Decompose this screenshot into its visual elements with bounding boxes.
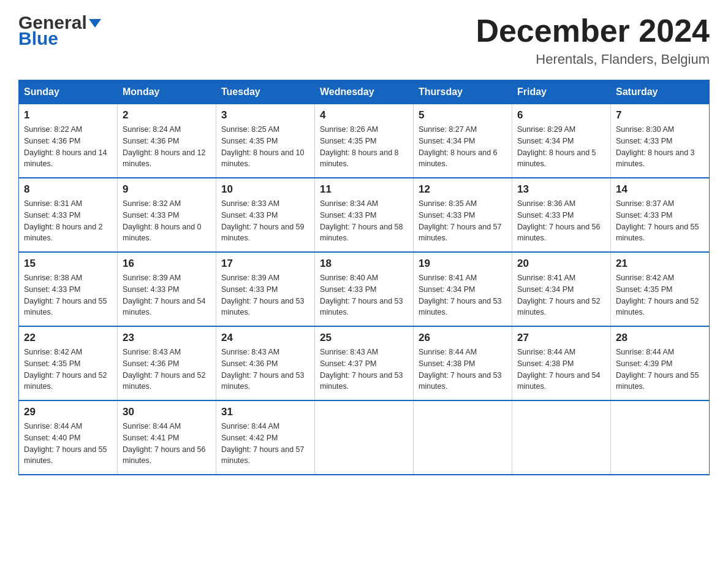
day-info: Sunrise: 8:44 AMSunset: 4:39 PMDaylight:…	[616, 347, 704, 393]
calendar-day-cell: 3Sunrise: 8:25 AMSunset: 4:35 PMDaylight…	[216, 104, 315, 178]
location: Herentals, Flanders, Belgium	[476, 52, 710, 67]
day-number: 29	[24, 406, 112, 418]
day-number: 1	[24, 109, 112, 121]
day-number: 11	[320, 183, 408, 196]
day-number: 18	[320, 258, 408, 270]
day-number: 26	[419, 332, 507, 344]
day-info: Sunrise: 8:36 AMSunset: 4:33 PMDaylight:…	[517, 198, 605, 244]
calendar-week-row: 15Sunrise: 8:38 AMSunset: 4:33 PMDayligh…	[19, 252, 710, 326]
day-number: 9	[123, 183, 211, 196]
day-number: 23	[123, 332, 211, 344]
calendar-day-cell	[611, 400, 710, 475]
day-info: Sunrise: 8:44 AMSunset: 4:38 PMDaylight:…	[517, 347, 605, 393]
calendar-day-cell: 20Sunrise: 8:41 AMSunset: 4:34 PMDayligh…	[512, 252, 611, 326]
calendar-day-cell	[414, 400, 512, 475]
day-info: Sunrise: 8:39 AMSunset: 4:33 PMDaylight:…	[123, 272, 211, 318]
calendar-week-row: 1Sunrise: 8:22 AMSunset: 4:36 PMDaylight…	[19, 104, 710, 178]
day-info: Sunrise: 8:39 AMSunset: 4:33 PMDaylight:…	[221, 272, 309, 318]
day-info: Sunrise: 8:43 AMSunset: 4:36 PMDaylight:…	[221, 347, 309, 393]
calendar-day-cell: 10Sunrise: 8:33 AMSunset: 4:33 PMDayligh…	[216, 178, 315, 252]
calendar-day-cell: 15Sunrise: 8:38 AMSunset: 4:33 PMDayligh…	[19, 252, 118, 326]
day-info: Sunrise: 8:24 AMSunset: 4:36 PMDaylight:…	[123, 124, 211, 170]
day-info: Sunrise: 8:41 AMSunset: 4:34 PMDaylight:…	[517, 272, 605, 318]
calendar-day-cell: 11Sunrise: 8:34 AMSunset: 4:33 PMDayligh…	[315, 178, 414, 252]
day-number: 16	[123, 258, 211, 270]
day-info: Sunrise: 8:37 AMSunset: 4:33 PMDaylight:…	[616, 198, 704, 244]
day-number: 22	[24, 332, 112, 344]
calendar-header-row: SundayMondayTuesdayWednesdayThursdayFrid…	[19, 80, 710, 104]
calendar-day-cell: 7Sunrise: 8:30 AMSunset: 4:33 PMDaylight…	[611, 104, 710, 178]
calendar-day-cell: 24Sunrise: 8:43 AMSunset: 4:36 PMDayligh…	[216, 326, 315, 400]
logo-arrow-icon	[89, 19, 101, 28]
calendar-week-row: 29Sunrise: 8:44 AMSunset: 4:40 PMDayligh…	[19, 400, 710, 475]
calendar-day-cell: 31Sunrise: 8:44 AMSunset: 4:42 PMDayligh…	[216, 400, 315, 475]
calendar-day-cell: 6Sunrise: 8:29 AMSunset: 4:34 PMDaylight…	[512, 104, 611, 178]
calendar-week-row: 22Sunrise: 8:42 AMSunset: 4:35 PMDayligh…	[19, 326, 710, 400]
calendar-day-cell: 2Sunrise: 8:24 AMSunset: 4:36 PMDaylight…	[118, 104, 216, 178]
calendar-day-cell: 8Sunrise: 8:31 AMSunset: 4:33 PMDaylight…	[19, 178, 118, 252]
day-number: 14	[616, 183, 704, 196]
title-block: December 2024 Herentals, Flanders, Belgi…	[476, 12, 710, 67]
day-number: 30	[123, 406, 211, 418]
day-number: 8	[24, 183, 112, 196]
calendar-day-cell: 22Sunrise: 8:42 AMSunset: 4:35 PMDayligh…	[19, 326, 118, 400]
day-of-week-header: Tuesday	[216, 80, 315, 104]
day-number: 19	[419, 258, 507, 270]
day-info: Sunrise: 8:34 AMSunset: 4:33 PMDaylight:…	[320, 198, 408, 244]
day-info: Sunrise: 8:32 AMSunset: 4:33 PMDaylight:…	[123, 198, 211, 244]
calendar-day-cell: 16Sunrise: 8:39 AMSunset: 4:33 PMDayligh…	[118, 252, 216, 326]
day-number: 6	[517, 109, 605, 121]
day-number: 12	[419, 183, 507, 196]
day-number: 7	[616, 109, 704, 121]
day-of-week-header: Saturday	[611, 80, 710, 104]
calendar-day-cell: 5Sunrise: 8:27 AMSunset: 4:34 PMDaylight…	[414, 104, 512, 178]
calendar-table: SundayMondayTuesdayWednesdayThursdayFrid…	[18, 80, 710, 475]
day-info: Sunrise: 8:27 AMSunset: 4:34 PMDaylight:…	[419, 124, 507, 170]
day-of-week-header: Sunday	[19, 80, 118, 104]
day-number: 10	[221, 183, 309, 196]
calendar-day-cell: 21Sunrise: 8:42 AMSunset: 4:35 PMDayligh…	[611, 252, 710, 326]
calendar-day-cell: 9Sunrise: 8:32 AMSunset: 4:33 PMDaylight…	[118, 178, 216, 252]
day-info: Sunrise: 8:44 AMSunset: 4:41 PMDaylight:…	[123, 421, 211, 467]
day-number: 13	[517, 183, 605, 196]
day-info: Sunrise: 8:40 AMSunset: 4:33 PMDaylight:…	[320, 272, 408, 318]
day-info: Sunrise: 8:25 AMSunset: 4:35 PMDaylight:…	[221, 124, 309, 170]
calendar-day-cell: 13Sunrise: 8:36 AMSunset: 4:33 PMDayligh…	[512, 178, 611, 252]
day-number: 27	[517, 332, 605, 344]
day-info: Sunrise: 8:43 AMSunset: 4:37 PMDaylight:…	[320, 347, 408, 393]
calendar-day-cell: 18Sunrise: 8:40 AMSunset: 4:33 PMDayligh…	[315, 252, 414, 326]
logo: General Blue	[18, 12, 101, 49]
logo-blue: Blue	[18, 28, 58, 49]
calendar-day-cell: 23Sunrise: 8:43 AMSunset: 4:36 PMDayligh…	[118, 326, 216, 400]
day-number: 21	[616, 258, 704, 270]
day-of-week-header: Monday	[118, 80, 216, 104]
month-title: December 2024	[476, 12, 710, 49]
day-number: 24	[221, 332, 309, 344]
day-number: 15	[24, 258, 112, 270]
day-number: 28	[616, 332, 704, 344]
calendar-day-cell: 1Sunrise: 8:22 AMSunset: 4:36 PMDaylight…	[19, 104, 118, 178]
day-info: Sunrise: 8:33 AMSunset: 4:33 PMDaylight:…	[221, 198, 309, 244]
day-info: Sunrise: 8:31 AMSunset: 4:33 PMDaylight:…	[24, 198, 112, 244]
day-number: 4	[320, 109, 408, 121]
day-info: Sunrise: 8:42 AMSunset: 4:35 PMDaylight:…	[616, 272, 704, 318]
day-info: Sunrise: 8:35 AMSunset: 4:33 PMDaylight:…	[419, 198, 507, 244]
day-info: Sunrise: 8:42 AMSunset: 4:35 PMDaylight:…	[24, 347, 112, 393]
calendar-day-cell: 30Sunrise: 8:44 AMSunset: 4:41 PMDayligh…	[118, 400, 216, 475]
day-info: Sunrise: 8:41 AMSunset: 4:34 PMDaylight:…	[419, 272, 507, 318]
day-number: 2	[123, 109, 211, 121]
day-info: Sunrise: 8:29 AMSunset: 4:34 PMDaylight:…	[517, 124, 605, 170]
calendar-day-cell: 28Sunrise: 8:44 AMSunset: 4:39 PMDayligh…	[611, 326, 710, 400]
calendar-day-cell: 25Sunrise: 8:43 AMSunset: 4:37 PMDayligh…	[315, 326, 414, 400]
calendar-day-cell: 26Sunrise: 8:44 AMSunset: 4:38 PMDayligh…	[414, 326, 512, 400]
day-info: Sunrise: 8:43 AMSunset: 4:36 PMDaylight:…	[123, 347, 211, 393]
day-info: Sunrise: 8:44 AMSunset: 4:42 PMDaylight:…	[221, 421, 309, 467]
calendar-day-cell: 29Sunrise: 8:44 AMSunset: 4:40 PMDayligh…	[19, 400, 118, 475]
calendar-day-cell: 27Sunrise: 8:44 AMSunset: 4:38 PMDayligh…	[512, 326, 611, 400]
day-number: 20	[517, 258, 605, 270]
day-number: 5	[419, 109, 507, 121]
page-header: General Blue December 2024 Herentals, Fl…	[18, 12, 710, 67]
day-number: 3	[221, 109, 309, 121]
day-info: Sunrise: 8:22 AMSunset: 4:36 PMDaylight:…	[24, 124, 112, 170]
calendar-day-cell	[512, 400, 611, 475]
